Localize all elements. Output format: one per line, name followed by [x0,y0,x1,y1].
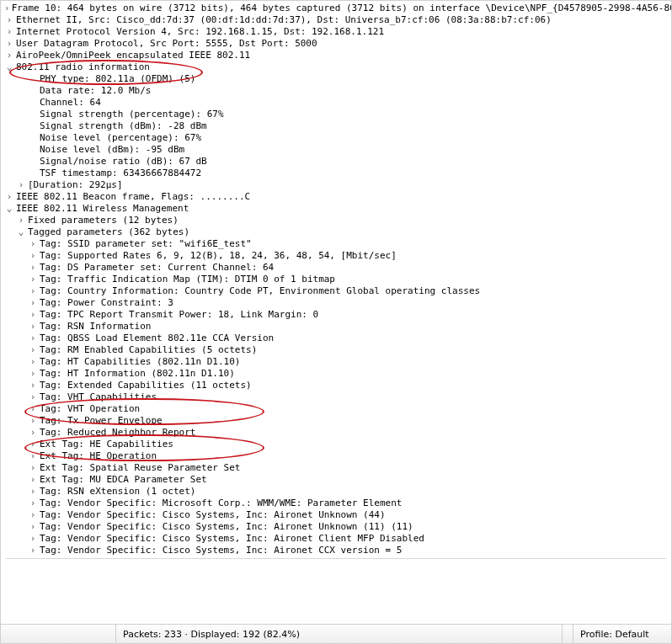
expand-icon[interactable]: › [28,274,38,285]
tree-row-snr[interactable]: · Signal/noise ratio (dB): 67 dB [1,156,671,168]
expand-icon[interactable]: › [28,521,38,533]
expand-icon[interactable]: › [4,50,14,61]
tree-row-vs-c11[interactable]: ›Tag: Vendor Specific: Cisco Systems, In… [1,521,671,533]
ssid-label: Tag: SSID parameter set: "wifi6E_test" [38,238,252,250]
expand-icon[interactable]: › [28,285,38,297]
tree-row-phy[interactable]: · PHY type: 802.11a (OFDM) (5) [1,73,671,85]
expand-icon[interactable]: › [4,191,14,203]
expand-icon[interactable]: › [4,14,14,26]
ht-info-label: Tag: HT Information (802.11n D1.10) [38,368,235,380]
tree-row-ssid[interactable]: ›Tag: SSID parameter set: "wifi6E_test" [1,238,671,250]
expand-icon[interactable]: › [28,509,38,521]
expand-icon[interactable]: › [28,533,38,545]
tree-row-sig-dbm[interactable]: · Signal strength (dBm): -28 dBm [1,120,671,132]
expand-icon[interactable]: › [28,356,38,368]
rate-label: Data rate: 12.0 Mb/s [38,85,151,97]
collapse-icon[interactable]: ⌄ [4,203,14,215]
tree-row-ht-cap[interactable]: ›Tag: HT Capabilities (802.11n D1.10) [1,356,671,368]
collapse-icon[interactable]: ⌄ [16,226,26,238]
tree-row-vs-ccx[interactable]: ›Tag: Vendor Specific: Cisco Systems, In… [1,545,671,556]
expand-icon[interactable]: › [28,486,38,498]
expand-icon[interactable]: › [28,403,38,415]
tree-row-radio-header[interactable]: ⌄ 802.11 radio information [1,61,671,73]
tree-row-udp[interactable]: › User Datagram Protocol, Src Port: 5555… [1,38,671,50]
tree-row-wmgmt[interactable]: ⌄ IEEE 802.11 Wireless Management [1,203,671,215]
expand-icon[interactable]: › [4,38,14,50]
expand-icon[interactable]: › [28,415,38,427]
tree-row-he-op[interactable]: ›Ext Tag: HE Operation [1,450,671,462]
expand-icon[interactable]: › [28,309,38,321]
expand-icon[interactable]: › [28,344,38,356]
expand-icon[interactable]: › [28,238,38,250]
tree-row-rm[interactable]: ›Tag: RM Enabled Capabilities (5 octets) [1,344,671,356]
tree-row-ds-param[interactable]: ›Tag: DS Parameter set: Current Channel:… [1,262,671,274]
status-cell-left[interactable] [1,625,115,643]
tree-row-tagged[interactable]: ⌄ Tagged parameters (362 bytes) [1,226,671,238]
tree-row-vs-c44[interactable]: ›Tag: Vendor Specific: Cisco Systems, In… [1,509,671,521]
tree-row-supported-rates[interactable]: ›Tag: Supported Rates 6, 9, 12(B), 18, 2… [1,250,671,262]
tree-row-he-cap[interactable]: ›Ext Tag: HE Capabilities [1,439,671,450]
status-cell-profile[interactable]: Profile: Default [573,625,671,643]
expand-icon[interactable]: › [28,321,38,333]
tree-row-tpc[interactable]: ›Tag: TPC Report Transmit Power: 18, Lin… [1,309,671,321]
expand-icon[interactable]: › [4,3,10,14]
expand-icon[interactable]: › [28,380,38,391]
tpc-label: Tag: TPC Report Transmit Power: 18, Link… [38,309,318,321]
tree-row-ip[interactable]: › Internet Protocol Version 4, Src: 192.… [1,26,671,38]
collapse-icon[interactable]: ⌄ [4,61,14,73]
tree-row-rnr[interactable]: ›Tag: Reduced Neighbor Report [1,427,671,439]
tree-row-tx-power[interactable]: ›Tag: Tx Power Envelope [1,415,671,427]
expand-icon[interactable]: › [4,26,14,38]
expand-icon[interactable]: › [28,333,38,344]
tree-row-qbss[interactable]: ›Tag: QBSS Load Element 802.11e CCA Vers… [1,333,671,344]
expand-icon[interactable]: › [28,450,38,462]
expand-icon[interactable]: › [28,368,38,380]
tree-row-ethernet[interactable]: › Ethernet II, Src: Cisco_dd:7d:37 (00:d… [1,14,671,26]
tree-row-ext-cap[interactable]: ›Tag: Extended Capabilities (11 octets) [1,380,671,391]
tree-row-noise-dbm[interactable]: · Noise level (dBm): -95 dBm [1,144,671,156]
expand-icon[interactable]: › [28,297,38,309]
tree-row-fixed[interactable]: › Fixed parameters (12 bytes) [1,215,671,226]
expand-icon[interactable]: › [28,391,38,403]
tree-row-rate[interactable]: · Data rate: 12.0 Mb/s [1,85,671,97]
tree-row-noise-pct[interactable]: · Noise level (percentage): 67% [1,132,671,144]
expand-icon[interactable]: › [16,179,26,191]
tree-row-airopeek[interactable]: › AiroPeek/OmniPeek encapsulated IEEE 80… [1,50,671,61]
tree-row-srps[interactable]: ›Ext Tag: Spatial Reuse Parameter Set [1,462,671,474]
tree-row-tim[interactable]: ›Tag: Traffic Indication Map (TIM): DTIM… [1,274,671,285]
tree-row-vs-ms[interactable]: ›Tag: Vendor Specific: Microsoft Corp.: … [1,498,671,509]
pane-divider [6,558,666,559]
tree-row-duration[interactable]: › [Duration: 292µs] [1,179,671,191]
tree-row-vht-cap[interactable]: ›Tag: VHT Capabilities [1,391,671,403]
packet-details-tree[interactable]: › Frame 10: 464 bytes on wire (3712 bits… [1,1,671,624]
tree-row-power-constraint[interactable]: ›Tag: Power Constraint: 3 [1,297,671,309]
beacon-label: IEEE 802.11 Beacon frame, Flags: .......… [14,191,250,203]
tree-row-tsf[interactable]: · TSF timestamp: 63436667884472 [1,168,671,179]
tree-row-beacon[interactable]: › IEEE 802.11 Beacon frame, Flags: .....… [1,191,671,203]
tree-row-frame[interactable]: › Frame 10: 464 bytes on wire (3712 bits… [1,3,671,14]
vs-c44-label: Tag: Vendor Specific: Cisco Systems, Inc… [38,509,386,521]
tree-row-muedca[interactable]: ›Ext Tag: MU EDCA Parameter Set [1,474,671,486]
tree-row-ht-info[interactable]: ›Tag: HT Information (802.11n D1.10) [1,368,671,380]
expand-icon[interactable]: › [28,262,38,274]
tree-row-vs-mfp[interactable]: ›Tag: Vendor Specific: Cisco Systems, In… [1,533,671,545]
tree-row-vht-op[interactable]: ›Tag: VHT Operation [1,403,671,415]
tree-row-rsn-ext[interactable]: ›Tag: RSN eXtension (1 octet) [1,486,671,498]
tree-row-country[interactable]: ›Tag: Country Information: Country Code … [1,285,671,297]
ext-cap-label: Tag: Extended Capabilities (11 octets) [38,380,252,391]
expand-icon[interactable]: › [28,250,38,262]
status-cell-packets[interactable]: Packets: 233 · Displayed: 192 (82.4%) [115,625,562,643]
tree-row-sig-pct[interactable]: · Signal strength (percentage): 67% [1,109,671,120]
rsn-ext-label: Tag: RSN eXtension (1 octet) [38,486,195,498]
expand-icon[interactable]: › [28,462,38,474]
expand-icon[interactable]: › [28,545,38,556]
expand-icon[interactable]: › [28,498,38,509]
expand-icon[interactable]: › [16,215,26,226]
ip-label: Internet Protocol Version 4, Src: 192.16… [14,26,384,38]
expand-icon[interactable]: › [28,474,38,486]
tree-row-channel[interactable]: · Channel: 64 [1,97,671,109]
expand-icon[interactable]: › [28,439,38,450]
tree-row-rsn[interactable]: ›Tag: RSN Information [1,321,671,333]
he-cap-label: Ext Tag: HE Capabilities [38,439,173,450]
expand-icon[interactable]: › [28,427,38,439]
